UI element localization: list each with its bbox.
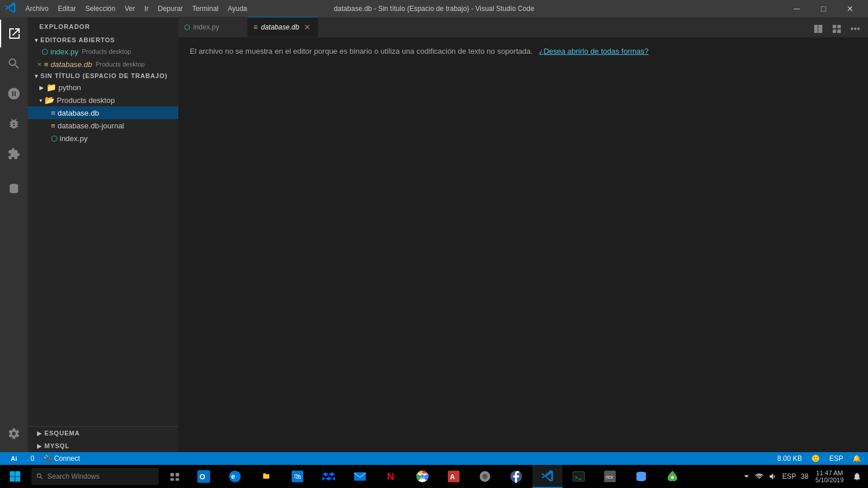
menu-terminal[interactable]: Terminal (187, 2, 223, 15)
taskbar-nocx[interactable]: ncx (595, 465, 625, 488)
start-button[interactable] (2, 465, 28, 488)
taskbar: Search Windows O e 🛍 N A ncx (0, 465, 868, 488)
menu-depurar[interactable]: Depurar (153, 2, 187, 15)
activity-search[interactable] (0, 50, 28, 77)
open-editor-database-db[interactable]: ✕ ≡ database.db Products desktop (28, 58, 178, 71)
activity-explorer[interactable] (0, 20, 28, 47)
svg-text:A: A (450, 473, 455, 481)
language-status[interactable]: ESP (827, 452, 845, 465)
file-database-db-journal[interactable]: ≡ database.db-journal (28, 119, 178, 132)
svg-rect-10 (354, 472, 366, 481)
taskbar-app2[interactable] (470, 465, 500, 488)
activity-extensions[interactable] (0, 140, 28, 168)
taskbar-rocket[interactable] (657, 465, 687, 488)
svg-text:ncx: ncx (606, 475, 614, 480)
open-editors-section[interactable]: ▾ EDITORES ABIERTOS (28, 35, 178, 45)
editor-close-icon[interactable]: ✕ (37, 61, 42, 68)
status-bar: ⊗ 0 ⚠ 0 🔌 Connect 8.00 KB 🙂 ESP 🔔 (0, 452, 868, 465)
taskbar-mail[interactable] (345, 465, 375, 488)
bell-status[interactable]: 🔔 (850, 452, 863, 465)
tab-database-db[interactable]: ≡ database.db ✕ (248, 17, 318, 37)
ai-badge[interactable]: Ai (0, 452, 28, 465)
open-anyway-link[interactable]: ¿Desea abrirlo de todas formas? (539, 47, 648, 56)
svg-point-27 (671, 476, 674, 479)
svg-rect-22 (573, 472, 584, 482)
close-button[interactable]: ✕ (837, 0, 863, 17)
more-actions-button[interactable]: ••• (847, 21, 863, 37)
python-folder-icon: 📁 (46, 83, 56, 92)
editor-area: ⬡ index.py ≡ database.db ✕ ••• (178, 17, 868, 452)
workspace-label: SIN TÍTULO (ESPACIO DE TRABAJO) (41, 72, 168, 79)
taskbar-facebook[interactable] (501, 465, 531, 488)
connect-label: Connect (54, 454, 80, 463)
taskbar-database-mgr[interactable] (626, 465, 656, 488)
task-view-button[interactable] (162, 465, 187, 488)
ai-label: Ai (11, 455, 17, 462)
maximize-button[interactable]: □ (810, 0, 837, 17)
taskbar-search[interactable]: Search Windows (31, 468, 159, 485)
smiley-status[interactable]: 🙂 (809, 452, 822, 465)
taskbar-terminal[interactable] (564, 465, 594, 488)
file-size-status[interactable]: 8.00 KB (775, 452, 804, 465)
tray-chevron[interactable] (741, 465, 752, 488)
activity-git[interactable] (0, 80, 28, 108)
file-index-py[interactable]: ⬡ index.py (28, 132, 178, 145)
activity-settings[interactable] (0, 420, 28, 448)
taskbar-edge[interactable]: e (220, 465, 250, 488)
svg-point-16 (421, 475, 424, 478)
system-clock[interactable]: 11:47 AM 5/10/2019 (811, 465, 848, 488)
tab-index-py[interactable]: ⬡ index.py (178, 17, 248, 37)
products-folder-icon: 📂 (45, 95, 54, 105)
mysql-section[interactable]: ▶ MYSQL (28, 439, 178, 452)
menu-archivo[interactable]: Archivo (21, 2, 53, 15)
taskbar-netflix[interactable]: N (376, 465, 406, 488)
explorer-header: EXPLORADOR (28, 17, 178, 35)
connect-status[interactable]: 🔌 Connect (41, 452, 82, 465)
taskbar-outlook[interactable]: O (189, 465, 219, 488)
workspace-arrow: ▾ (35, 73, 38, 79)
file-size-label: 8.00 KB (777, 454, 802, 463)
clock-time: 11:47 AM (816, 469, 843, 476)
file-database-db[interactable]: ≡ database.db (28, 106, 178, 119)
python-folder-name: python (58, 83, 81, 92)
warning-count: 0 (31, 454, 35, 463)
tray-language[interactable]: ESP (780, 465, 799, 488)
binary-notice: El archivo no se muestra en el editor po… (190, 47, 856, 56)
notification-button[interactable] (848, 465, 866, 488)
py-tree-icon: ⬡ (51, 134, 57, 143)
menu-editar[interactable]: Editar (53, 2, 80, 15)
activity-bar-bottom (0, 420, 28, 452)
folder-python[interactable]: ▶ 📁 python (28, 81, 178, 94)
tray-volume[interactable] (766, 465, 780, 488)
clock-date: 5/10/2019 (815, 476, 844, 483)
vscode-logo (5, 2, 16, 16)
editor-layout-button[interactable] (829, 21, 845, 37)
schema-section[interactable]: ▶ ESQUEMA (28, 427, 178, 439)
minimize-button[interactable]: ─ (784, 0, 810, 17)
tab-close-db[interactable]: ✕ (303, 23, 312, 32)
tray-network[interactable] (752, 465, 766, 488)
taskbar-right: ESP 38 11:47 AM 5/10/2019 (741, 465, 866, 488)
folder-products-desktop[interactable]: ▾ 📂 Products desktop (28, 94, 178, 106)
workspace-section[interactable]: ▾ SIN TÍTULO (ESPACIO DE TRABAJO) (28, 71, 178, 81)
taskbar-chrome[interactable] (407, 465, 437, 488)
mysql-arrow: ▶ (37, 443, 42, 449)
taskbar-access[interactable]: A (439, 465, 469, 488)
taskbar-store[interactable]: 🛍 (282, 465, 312, 488)
taskbar-explorer[interactable] (251, 465, 281, 488)
taskbar-dropbox[interactable] (314, 465, 344, 488)
tray-number[interactable]: 38 (799, 465, 811, 488)
activity-debug[interactable] (0, 110, 28, 138)
menu-ver[interactable]: Ver (120, 2, 139, 15)
menu-ayuda[interactable]: Ayuda (223, 2, 252, 15)
taskbar-vscode[interactable] (532, 465, 562, 488)
menu-ir[interactable]: Ir (139, 2, 153, 15)
python-folder-arrow: ▶ (39, 84, 44, 91)
menu-seleccion[interactable]: Selección (80, 2, 120, 15)
open-editors-arrow: ▾ (35, 37, 38, 43)
svg-text:O: O (200, 472, 205, 481)
python-file-icon: ⬡ (42, 47, 48, 56)
open-editor-index-py[interactable]: ⬡ index.py Products desktop (28, 45, 178, 58)
activity-database[interactable] (0, 175, 28, 202)
split-editor-button[interactable] (810, 21, 826, 37)
